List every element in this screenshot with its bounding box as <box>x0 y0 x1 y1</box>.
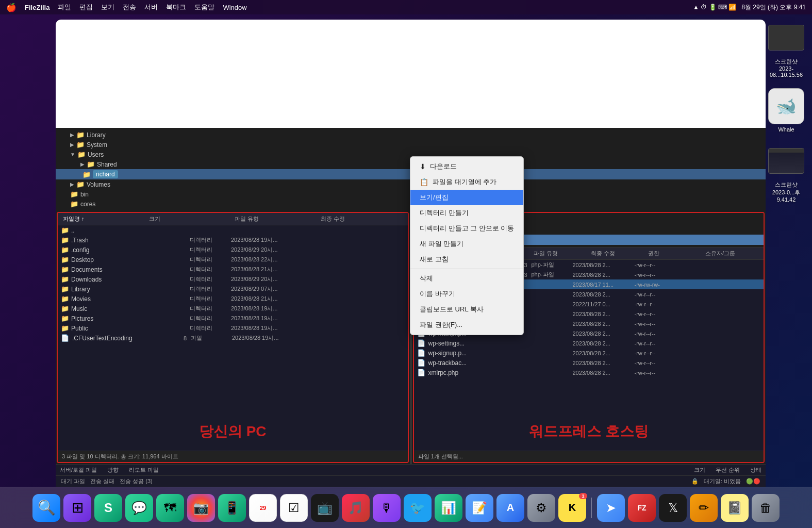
file-row-music[interactable]: 📁 Music 디렉터리 2023/08/28 19시... <box>58 304 408 314</box>
menu-bookmark[interactable]: 북마크 <box>166 3 186 12</box>
ctx-delete[interactable]: 삭제 <box>410 271 523 286</box>
dock-finder[interactable]: 🔍 <box>32 494 60 522</box>
menu-server[interactable]: 서버 <box>144 3 158 12</box>
dock-twitterx[interactable]: 𝕏 <box>659 494 687 522</box>
status-bar: 대기 파일 전송 실패 전송 성공 (3) 🔒 대기열: 비었음 🟢🔴 <box>56 475 766 487</box>
dock-mweb[interactable]: ✏ <box>690 494 718 522</box>
ctx-divider <box>410 269 523 269</box>
apple-menu[interactable]: 🍎 <box>6 3 16 12</box>
dock-facetime[interactable]: 📱 <box>218 494 246 522</box>
local-header-date[interactable]: 최종 수정 <box>319 214 405 224</box>
file-row-public[interactable]: 📁 Public 디렉터리 2023/08/28 19시... <box>58 323 408 333</box>
local-panel: 파일명 ↑ 크기 파일 유형 최종 수정 📁 .. 📁 .Trash 디렉터리 <box>57 212 409 463</box>
ctx-add-queue[interactable]: 📋 파일을 대기열에 추가 <box>410 174 523 190</box>
queue-size: 크기 <box>694 466 705 474</box>
menu-file[interactable]: 파일 <box>58 3 71 12</box>
file-icon: 📄 <box>417 359 425 367</box>
dock-compass[interactable]: ➤ <box>597 494 625 522</box>
dock-twitter[interactable]: 🐦 <box>404 494 432 522</box>
ctx-refresh[interactable]: 새로 고침 <box>410 252 523 267</box>
dock-launchpad[interactable]: ⊞ <box>63 494 91 522</box>
file-row-parent[interactable]: 📁 .. <box>58 225 408 235</box>
folder-icon-richard: 📁 <box>82 171 91 178</box>
desktop-icon-screenshot1[interactable]: 스크린샷2023-08...10.15.56 <box>766 20 807 78</box>
folder-icon: 📁 <box>61 295 69 303</box>
dock-messages[interactable]: 💬 <box>125 494 153 522</box>
app-menu[interactable]: FileZilla <box>25 4 49 11</box>
dock-appletv[interactable]: 📺 <box>311 494 339 522</box>
dock-kakaotalk[interactable]: K 1 <box>558 494 586 522</box>
folder-icon: 📁 <box>61 246 69 254</box>
dock-system-preferences[interactable]: ⚙ <box>527 494 555 522</box>
ctx-view-edit[interactable]: 보기/편집 <box>410 190 523 205</box>
dock-trash[interactable]: 🗑 <box>752 494 780 522</box>
file-row-downloads[interactable]: 📁 Downloads 디렉터리 2023/08/29 20시... <box>58 274 408 284</box>
remote-header-date[interactable]: 최종 수정 <box>589 249 646 258</box>
menubar-icons: ▲ ⏱ 🔋 ⌨ 📶 <box>693 4 736 11</box>
tree-library[interactable]: ▶ 📁 Library <box>56 130 766 140</box>
ctx-permissions[interactable]: 파일 권한(F)... <box>410 317 523 333</box>
context-menu: ⬇ 다운로드 📋 파일을 대기열에 추가 보기/편집 디렉터리 만들기 디렉터리… <box>410 156 524 335</box>
remote-header-owner[interactable]: 소유자/그룹 <box>703 249 760 258</box>
desktop-icon-whale[interactable]: 🐋 Whale <box>766 88 807 133</box>
ctx-mkdir[interactable]: 디렉터리 만들기 <box>410 205 523 221</box>
folder-icon-system: 📁 <box>76 141 85 148</box>
dock-calendar[interactable]: 29 <box>249 494 277 522</box>
file-row-trash[interactable]: 📁 .Trash 디렉터리 2023/08/28 19시... <box>58 235 408 245</box>
ctx-copy-url[interactable]: 클립보드로 URL 복사 <box>410 302 523 317</box>
dock-notepad[interactable]: 📓 <box>721 494 749 522</box>
failed-transfers: 전송 실패 <box>90 477 114 485</box>
menu-transfer[interactable]: 전송 <box>123 3 136 12</box>
file-row-movies[interactable]: 📁 Movies 디렉터리 2023/08/28 21시... <box>58 294 408 304</box>
file-row-config[interactable]: 📁 .config 디렉터리 2023/08/29 20시... <box>58 245 408 255</box>
dock-podcasts[interactable]: 🎙 <box>373 494 401 522</box>
menu-view[interactable]: 보기 <box>101 3 114 12</box>
folder-icon: 📁 <box>61 315 69 322</box>
file-row-desktop[interactable]: 📁 Desktop 디렉터리 2023/08/28 22시... <box>58 255 408 265</box>
remote-header-type[interactable]: 파일 유형 <box>532 249 589 258</box>
remote-status: 파일 1개 선택됨... <box>414 451 764 462</box>
dock-reminders[interactable]: ☑ <box>280 494 308 522</box>
dock-photos[interactable]: 📷 <box>187 494 215 522</box>
menu-help[interactable]: 도움말 <box>194 3 214 12</box>
file-icon: 📄 <box>417 349 425 357</box>
file-row-library[interactable]: 📁 Library 디렉터리 2023/08/29 07시... <box>58 284 408 294</box>
ctx-mkdir-enter[interactable]: 디렉터리 만들고 그 안으로 이동 <box>410 221 523 236</box>
local-status: 3 파일 및 10 디렉터리. 총 크기: 11,964 바이트 <box>58 451 408 462</box>
waiting-files: 대기 파일 <box>61 477 85 485</box>
dock-safari[interactable]: S <box>94 494 122 522</box>
folder-icon: 📁 <box>61 256 69 263</box>
file-row-pictures[interactable]: 📁 Pictures 디렉터리 2023/08/28 19시... <box>58 314 408 323</box>
desktop-icon-screenshot2[interactable]: 스크린샷2023-0...후 9.41.42 <box>766 143 807 203</box>
remote-file-xmlrpc[interactable]: 📄 xmlrpc.php 2023/08/28 2... -rw-r--r-- <box>414 368 764 377</box>
ctx-rename[interactable]: 이름 바꾸기 <box>410 286 523 302</box>
local-header-name[interactable]: 파일명 ↑ <box>61 214 147 224</box>
menubar: 🍎 FileZilla 파일 편집 보기 전송 서버 북마크 도움말 Windo… <box>0 0 812 14</box>
menu-edit[interactable]: 편집 <box>79 3 93 12</box>
tree-system[interactable]: ▶ 📁 System <box>56 140 766 150</box>
connection-status: 🟢🔴 <box>746 478 760 485</box>
local-file-list: 📁 .. 📁 .Trash 디렉터리 2023/08/28 19시... 📁 .… <box>58 225 408 451</box>
download-icon: ⬇ <box>420 162 426 171</box>
dock-pages[interactable]: 📝 <box>466 494 493 522</box>
dock-numbers[interactable]: 📊 <box>435 494 462 522</box>
queue-info: 대기열: 비었음 <box>704 477 741 485</box>
tree-arrow-volumes: ▶ <box>70 182 74 187</box>
dock-maps[interactable]: 🗺 <box>156 494 184 522</box>
dock-filezilla[interactable]: FZ <box>628 494 656 522</box>
remote-header-perm[interactable]: 권한 <box>646 249 703 258</box>
local-header-size[interactable]: 크기 <box>147 214 233 224</box>
file-row-documents[interactable]: 📁 Documents 디렉터리 2023/08/28 21시... <box>58 265 408 274</box>
dock: 🔍 ⊞ S 💬 🗺 📷 📱 29 ☑ 📺 🎵 🎙 🐦 📊 📝 A <box>0 487 812 528</box>
menu-window[interactable]: Window <box>223 4 246 11</box>
dock-music[interactable]: 🎵 <box>342 494 370 522</box>
ctx-new-file[interactable]: 새 파일 만들기 <box>410 236 523 252</box>
remote-file-trackback[interactable]: 📄 wp-trackbac... 2023/08/28 2... -rw-r--… <box>414 358 764 368</box>
file-row-cfuser[interactable]: 📄 .CFUserTextEncoding 8 파일 2023/08/28 19… <box>58 333 408 343</box>
local-header-type[interactable]: 파일 유형 <box>233 214 319 224</box>
remote-file-settings[interactable]: 📄 wp-settings... 2023/08/28 2... -rw-r--… <box>414 338 764 348</box>
dock-appstore[interactable]: A <box>496 494 524 522</box>
remote-file-signup[interactable]: 📄 wp-signup.p... 2023/08/28 2... -rw-r--… <box>414 348 764 358</box>
queue-remote-file: 리모트 파일 <box>129 466 159 474</box>
ctx-download[interactable]: ⬇ 다운로드 <box>410 159 523 174</box>
